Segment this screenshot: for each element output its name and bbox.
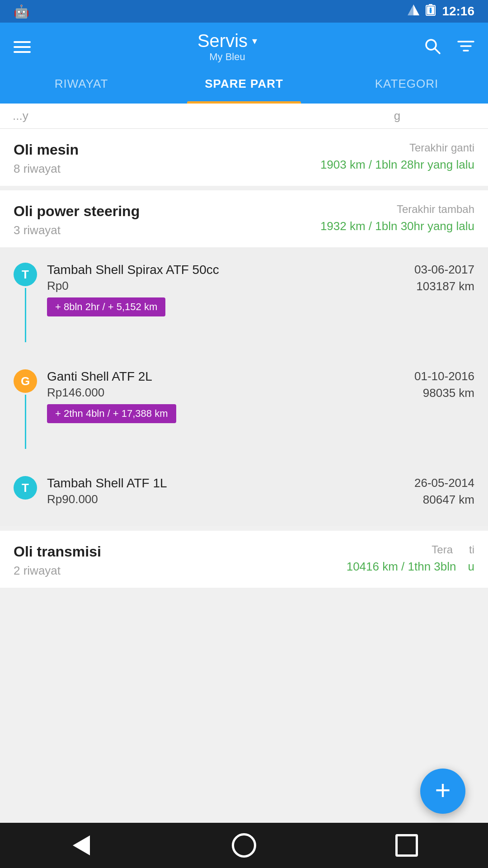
signal-icon: [408, 4, 419, 19]
app-title: Servis: [197, 31, 248, 51]
app-bar-center: Servis ▾ My Bleu: [197, 31, 257, 63]
history-price-3: Rp90.000: [47, 492, 407, 506]
spare-last-value: 1903 km / 1bln 28hr yang lalu: [320, 158, 474, 172]
timeline-col-1: T: [14, 263, 37, 342]
spare-card-oli-mesin[interactable]: Oli mesin 8 riwayat Terakhir ganti 1903 …: [0, 129, 488, 186]
spare-card-right: Terakhir ganti 1903 km / 1bln 28hr yang …: [320, 142, 474, 172]
history-content-3: Tambah Shell ATF 1L Rp90.000: [47, 476, 407, 511]
timeline-dot-3: T: [14, 476, 37, 500]
tab-kategori[interactable]: KATEGORI: [325, 67, 488, 104]
dropdown-icon[interactable]: ▾: [252, 35, 257, 47]
spare-card-oli-transmisi[interactable]: Oli transmisi 2 riwayat Teraxxxti 10416 …: [0, 531, 488, 588]
home-icon: [232, 833, 256, 858]
history-item-1: T Tambah Shell Spirax ATF 50cc Rp0 + 8bl…: [0, 252, 488, 359]
add-icon: +: [435, 777, 450, 804]
status-time: 12:16: [442, 4, 474, 19]
timeline-dot-2: G: [14, 369, 37, 393]
history-content-2: Ganti Shell ATF 2L Rp146.000 + 2thn 4bln…: [47, 369, 407, 423]
spare-last-label-power: Terakhir tambah: [320, 203, 474, 216]
history-badge-2: + 2thn 4bln / + 17,388 km: [47, 404, 176, 423]
history-km-3: 80647 km: [414, 493, 474, 507]
spare-card-left: Oli mesin 8 riwayat: [14, 142, 79, 176]
app-bar: Servis ▾ My Bleu: [0, 23, 488, 67]
spare-last-value-power: 1932 km / 1bln 30hr yang lalu: [320, 219, 474, 233]
status-bar: 🤖 12:16: [0, 0, 488, 23]
spare-card-oli-power-steering[interactable]: Oli power steering 3 riwayat Terakhir ta…: [0, 190, 488, 526]
history-km-1: 103187 km: [414, 279, 474, 293]
history-date-1: 03-06-2017: [414, 263, 474, 277]
app-bar-actions: [424, 38, 474, 57]
history-item-3: T Tambah Shell ATF 1L Rp90.000 26-05-201…: [0, 465, 488, 522]
history-date-3: 26-05-2014: [414, 476, 474, 490]
spare-name-transmisi: Oli transmisi: [14, 543, 101, 560]
spare-last-value-transmisi: 10416 km / 1thn 3blnxxu: [347, 560, 474, 574]
home-button[interactable]: [226, 827, 262, 863]
app-subtitle: My Bleu: [209, 51, 245, 63]
menu-button[interactable]: [14, 41, 31, 53]
spare-card-right-transmisi: Teraxxxti 10416 km / 1thn 3blnxxu: [347, 543, 474, 574]
spare-count-transmisi: 2 riwayat: [14, 564, 101, 578]
history-title-2: Ganti Shell ATF 2L: [47, 369, 407, 384]
battery-icon: [426, 4, 436, 19]
spare-name: Oli mesin: [14, 142, 79, 158]
tab-riwayat[interactable]: RIWAYAT: [0, 67, 163, 104]
history-badge-1: + 8bln 2hr / + 5,152 km: [47, 297, 165, 316]
back-icon: [73, 835, 90, 855]
app-bar-title-row: Servis ▾: [197, 31, 257, 51]
timeline-line-1: [25, 288, 26, 342]
spare-card-header-transmisi: Oli transmisi 2 riwayat Teraxxxti 10416 …: [0, 531, 488, 588]
history-title-3: Tambah Shell ATF 1L: [47, 476, 407, 491]
content-area: ...y g Oli mesin 8 riwayat Te: [0, 104, 488, 588]
svg-rect-3: [429, 4, 432, 6]
history-price-1: Rp0: [47, 279, 407, 293]
spare-last-label-transmisi: Teraxxxti: [347, 543, 474, 556]
history-item-2: G Ganti Shell ATF 2L Rp146.000 + 2thn 4b…: [0, 359, 488, 465]
add-fab[interactable]: +: [420, 769, 465, 814]
android-icon: 🤖: [14, 4, 29, 19]
timeline-col-3: T: [14, 476, 37, 500]
recents-icon: [395, 834, 418, 857]
history-meta-3: 26-05-2014 80647 km: [414, 476, 474, 507]
history-date-2: 01-10-2016: [414, 369, 474, 383]
bottom-nav: [0, 823, 488, 868]
timeline-line-2: [25, 395, 26, 449]
spare-count-power: 3 riwayat: [14, 223, 140, 237]
status-bar-left: 🤖: [14, 4, 29, 19]
history-meta-2: 01-10-2016 98035 km: [414, 369, 474, 400]
history-content-1: Tambah Shell Spirax ATF 50cc Rp0 + 8bln …: [47, 263, 407, 316]
spare-card-left-transmisi: Oli transmisi 2 riwayat: [14, 543, 101, 578]
svg-line-8: [435, 48, 440, 53]
history-km-2: 98035 km: [414, 386, 474, 400]
timeline-dot-1: T: [14, 263, 37, 286]
history-title-1: Tambah Shell Spirax ATF 50cc: [47, 263, 407, 277]
svg-marker-1: [413, 5, 419, 15]
spare-count: 8 riwayat: [14, 162, 79, 176]
spare-name-power: Oli power steering: [14, 203, 140, 220]
history-container: T Tambah Shell Spirax ATF 50cc Rp0 + 8bl…: [0, 247, 488, 526]
status-bar-right: 12:16: [408, 4, 474, 19]
back-button[interactable]: [63, 827, 99, 863]
spare-card-header: Oli mesin 8 riwayat Terakhir ganti 1903 …: [0, 129, 488, 186]
spare-last-label: Terakhir ganti: [320, 142, 474, 154]
history-meta-1: 03-06-2017 103187 km: [414, 263, 474, 293]
search-icon[interactable]: [424, 38, 441, 57]
spare-card-left-power: Oli power steering 3 riwayat: [14, 203, 140, 237]
recents-button[interactable]: [389, 827, 425, 863]
filter-icon[interactable]: [457, 39, 474, 55]
timeline-col-2: G: [14, 369, 37, 449]
partial-card: ...y g: [0, 104, 488, 129]
spare-card-right-power: Terakhir tambah 1932 km / 1bln 30hr yang…: [320, 203, 474, 233]
spare-card-header-power: Oli power steering 3 riwayat Terakhir ta…: [0, 190, 488, 247]
partial-text: ...y g: [13, 109, 400, 123]
tabs-bar: RIWAYAT SPARE PART KATEGORI: [0, 67, 488, 104]
history-price-2: Rp146.000: [47, 386, 407, 400]
tab-spare-part[interactable]: SPARE PART: [163, 67, 325, 104]
